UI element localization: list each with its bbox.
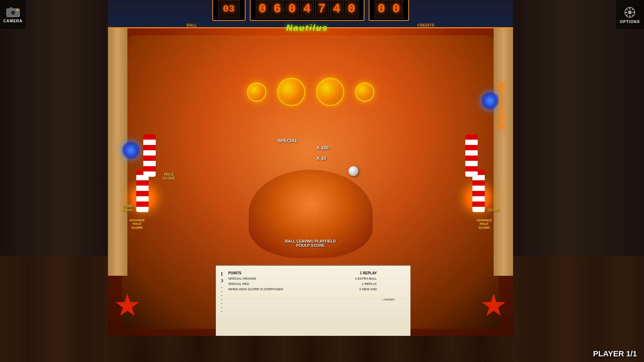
score-row-3-label: WHEN HIGH SCORE IS OVERTAKEN (228, 287, 283, 291)
score-card: POINTS 1 REPLAY SPECIAL ORANGE 1 EXTRA B… (223, 265, 382, 336)
credits-d1: 0 (375, 0, 388, 18)
player-indicator: PLAYER 1/1 (593, 349, 637, 358)
options-label: OPTIONS (620, 19, 640, 24)
score-row-2-value: 1 REPLAY (362, 282, 377, 286)
svg-point-2 (11, 11, 15, 14)
advance-hole-right: ADVANCEHOLESCORE (476, 218, 492, 230)
bumpers-area (240, 57, 381, 127)
score-d3: 0 (286, 0, 299, 18)
score-d2: 6 (271, 0, 284, 18)
score-row-2-label: SPECIAL RED (228, 282, 249, 286)
svg-point-6 (628, 11, 632, 14)
score-d4: 4 (300, 0, 314, 18)
nautilus-side-text: NAUTILUS (497, 81, 506, 129)
score-row-1-value: 1 EXTRA BALL (355, 277, 377, 280)
bumper-1 (247, 82, 266, 102)
side-bumper-left-2 (143, 134, 156, 177)
options-icon (623, 5, 637, 19)
svg-rect-3 (10, 7, 13, 10)
svg-line-13 (632, 9, 633, 10)
hole-score-label: HOLESCORE (163, 173, 176, 180)
score-d6: 4 (330, 0, 344, 18)
advance-hole-left: ADVANCEHOLESCORE (129, 218, 145, 230)
score-d7: 0 (345, 0, 358, 18)
ball-label: BALL (187, 23, 197, 33)
bumper-4 (355, 82, 374, 102)
score-row-2: SPECIAL RED 1 REPLAY (228, 282, 377, 286)
playfield: SPECIAL X 100 X 10 BALL LEAVING PLAYFIEL… (108, 28, 513, 336)
options-button[interactable]: OPTIONS (616, 0, 644, 29)
credits-d2: 0 (390, 0, 403, 18)
score-card-header-row: POINTS 1 REPLAY (228, 271, 377, 275)
credits-label: CREDITS (417, 23, 434, 33)
score-row-1: SPECIAL ORANGE 1 EXTRA BALL (228, 277, 377, 280)
side-bumper-right-2 (465, 134, 478, 177)
score-d5: 7 (315, 0, 329, 18)
score-row-3: WHEN HIGH SCORE IS OVERTAKEN 2 NEW AND (228, 287, 377, 291)
svg-point-4 (16, 9, 18, 11)
pinball (349, 166, 358, 176)
score-row-1-label: SPECIAL ORANGE (228, 277, 256, 280)
ball-digit-1: 03 (218, 0, 240, 18)
bumper-2 (277, 78, 305, 106)
score-header-points: POINTS (228, 271, 241, 275)
scoreboard: GAME TIME 03 0 6 0 4 7 4 (108, 0, 513, 28)
points-left: 10,000Points (122, 204, 133, 212)
light-blue-left (122, 141, 140, 159)
x100-label: X 100 (317, 145, 329, 150)
rail-right (494, 28, 513, 276)
light-blue-right (481, 92, 499, 110)
bumper-3 (316, 78, 344, 106)
svg-line-12 (632, 14, 633, 16)
x10-label: X 10 (317, 156, 326, 161)
points-right: 10,000 (488, 208, 499, 212)
leaving-playfield-text: BALL LEAVING PLAYFIELD POULP SCORE (285, 239, 336, 247)
special-label: SPECIAL (278, 138, 298, 143)
credits-display: 0 0 (369, 0, 409, 21)
camera-label: CAMERA (3, 19, 22, 23)
game-title: Nautilus (286, 23, 328, 33)
score-digits: 0 6 0 4 7 4 0 (256, 0, 358, 18)
score-header-replay: 1 REPLAY (360, 271, 377, 275)
score-d1: 0 (256, 0, 269, 18)
ball-display: 03 (212, 0, 246, 21)
game-background: GAME TIME 03 0 6 0 4 7 4 (0, 0, 644, 362)
svg-line-11 (626, 9, 628, 10)
main-score-display: 0 6 0 4 7 4 0 (250, 0, 364, 21)
camera-button[interactable]: CAMERA (0, 0, 26, 29)
score-row-3-value: 2 NEW AND (359, 287, 377, 291)
camera-icon (6, 6, 20, 17)
svg-line-14 (626, 14, 628, 16)
